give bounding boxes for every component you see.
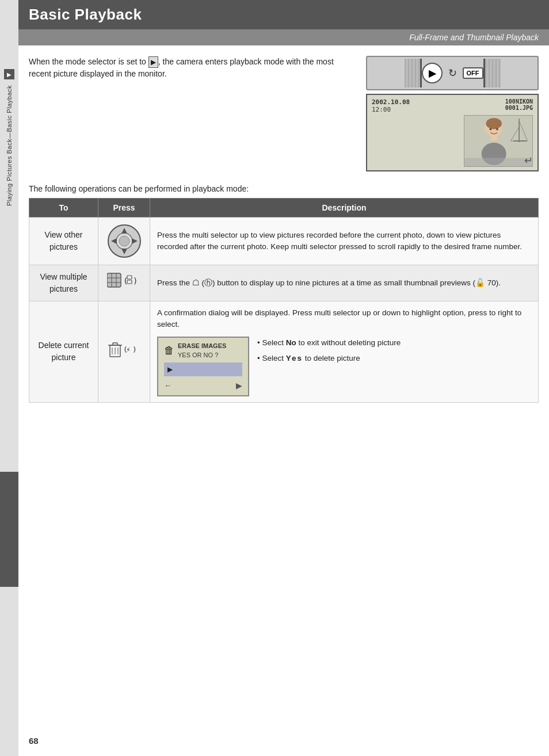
svg-text:⚡: ⚡ <box>126 345 131 354</box>
table-row: Delete current picture <box>29 301 539 403</box>
erase-title-line2: YES OR NO ? <box>178 350 226 360</box>
multi-selector-icon <box>106 223 142 259</box>
svg-rect-12 <box>464 158 532 166</box>
camera-top-diagram: ▶ ↻ OFF <box>366 56 539 90</box>
to-delete-picture: Delete current picture <box>29 301 98 403</box>
side-tab: ▶ Playing Pictures Back—Basic Playback <box>0 0 18 756</box>
page-header: Basic Playback <box>18 0 549 29</box>
lcd-file-info: 100NIKON 0001.JPG <box>505 98 533 113</box>
playback-mode-icon: ▶ <box>148 56 158 68</box>
lcd-image-area <box>372 115 533 167</box>
camera-diagram: ▶ ↻ OFF 2002.10.08 12:00 100NIKON 0001.J… <box>366 56 539 171</box>
table-header-press: Press <box>98 198 150 217</box>
table-row: View other pictures <box>29 217 539 265</box>
lcd-filename: 0001.JPG <box>505 105 533 111</box>
following-text: The following operations can be performe… <box>18 177 549 198</box>
camera-grip-right <box>483 59 501 87</box>
desc-delete-picture: A confirmation dialog will be displayed.… <box>150 301 539 403</box>
page-number: 68 <box>29 736 39 746</box>
to-label: View multiple pictures <box>40 272 87 293</box>
lcd-time: 12:00 <box>372 106 410 113</box>
erase-bullet-no: • Select No to exit without deleting pic… <box>257 337 531 349</box>
lcd-folder: 100NIKON <box>505 98 533 105</box>
page-title: Basic Playback <box>29 6 142 24</box>
erase-bottom-row: ← ▶ <box>164 380 242 392</box>
svg-text:): ) <box>132 345 137 354</box>
erase-dialog: 🗑 ERASE IMAGES YES OR NO ? ▶ <box>157 337 249 396</box>
table-header-description: Description <box>150 198 539 217</box>
intro-section: When the mode selector is set to ▶, the … <box>18 45 549 177</box>
subtitle-text: Full-Frame and Thumbnail Playback <box>409 33 539 42</box>
svg-rect-20 <box>107 273 121 287</box>
erase-highlight-arrow: ▶ <box>167 364 173 375</box>
off-label: OFF <box>463 67 483 79</box>
to-view-other-pictures: View other pictures <box>29 217 98 265</box>
table-header-to: To <box>29 198 98 217</box>
playback-table: To Press Description View other pictures <box>29 198 539 403</box>
erase-bottom-left-arrow: ← <box>164 380 172 392</box>
erase-row-content: 🗑 ERASE IMAGES YES OR NO ? ▶ <box>157 337 531 396</box>
to-label: Delete current picture <box>39 341 89 362</box>
intro-text: When the mode selector is set to ▶, the … <box>29 56 354 80</box>
svg-point-11 <box>485 127 488 131</box>
main-content: Basic Playback Full-Frame and Thumbnail … <box>18 0 549 756</box>
press-multi-selector <box>98 217 150 265</box>
playback-indicator: ▶ <box>4 69 14 79</box>
desc-view-other-pictures: Press the multi selector up to view pict… <box>150 217 539 265</box>
lcd-date: 2002.10.08 <box>372 98 410 106</box>
erase-bullet-yes: • Select Yes to delete picture <box>257 352 531 365</box>
lcd-curved-arrow: ↵ <box>524 154 533 167</box>
playback-dial: ▶ <box>422 63 443 83</box>
lcd-screen: 2002.10.08 12:00 100NIKON 0001.JPG <box>366 94 539 171</box>
erase-title-line1: ERASE IMAGES <box>178 341 226 351</box>
press-thumbnail-btn: ( ) <box>98 265 150 301</box>
delete-button-icon: ( ⚡ ) <box>105 339 143 364</box>
erase-dialog-title: 🗑 ERASE IMAGES YES OR NO ? <box>164 341 242 360</box>
svg-text:): ) <box>133 276 138 285</box>
erase-highlight-row: ▶ <box>164 362 242 376</box>
svg-point-6 <box>486 118 501 129</box>
erase-title-text: ERASE IMAGES YES OR NO ? <box>178 341 226 360</box>
svg-point-10 <box>496 128 498 131</box>
side-tab-dark-section <box>0 472 18 587</box>
erase-bottom-right-arrow: ▶ <box>236 380 242 392</box>
camera-controls: ▶ ↻ OFF <box>422 63 483 83</box>
erase-bullets: • Select No to exit without deleting pic… <box>257 337 531 365</box>
thumbnail-button-icon: ( ) <box>105 272 143 295</box>
subtitle-bar: Full-Frame and Thumbnail Playback <box>18 29 549 45</box>
side-tab-label: Playing Pictures Back—Basic Playback <box>6 85 13 206</box>
to-label: View other pictures <box>45 230 83 251</box>
svg-point-19 <box>119 236 129 246</box>
table-row: View multiple pictures ( <box>29 265 539 301</box>
erase-desc-intro: A confirmation dialog will be displayed.… <box>157 307 531 331</box>
svg-point-9 <box>489 128 491 131</box>
lcd-info-row: 2002.10.08 12:00 100NIKON 0001.JPG <box>372 98 533 113</box>
svg-rect-7 <box>490 136 497 140</box>
mode-dial-arrows: ↻ <box>448 67 457 79</box>
desc-view-multiple-pictures: Press the ☖ (ⓗ) button to display up to … <box>150 265 539 301</box>
camera-grip-left <box>405 59 422 87</box>
erase-trash-icon: 🗑 <box>164 343 174 358</box>
lcd-date-time: 2002.10.08 12:00 <box>372 98 410 113</box>
lcd-portrait <box>464 115 533 167</box>
to-view-multiple-pictures: View multiple pictures <box>29 265 98 301</box>
press-delete-btn: ( ⚡ ) <box>98 301 150 403</box>
